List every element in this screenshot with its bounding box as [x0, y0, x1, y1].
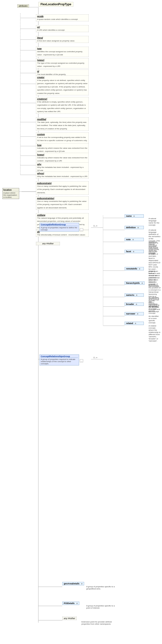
concept-rel-connector: ... — [80, 359, 83, 362]
attr-typeuri: typeuri The type of the concept assigned… — [36, 58, 89, 68]
attr-qcode: qcode A quasi-random code which identifi… — [36, 14, 89, 21]
poi-details-desc: A group of properties specific to a poin… — [86, 605, 115, 609]
concept-rel-group-label: ConceptRelationshipsGroup — [41, 355, 78, 358]
element-broader: broader ⊕ — [124, 302, 144, 306]
concept-def-group-label: ConceptDefinitionGroup — [41, 224, 78, 226]
attr-type: type Identifies the concept assigned as … — [36, 47, 89, 57]
concept-relationships-group-box: ConceptRelationshipsGroup A group of pro… — [40, 354, 79, 366]
element-name-desc: A natural language name for the concept. — [148, 218, 160, 226]
attr-creatoruri: creatoruri If the attribute is empty, sp… — [36, 97, 89, 114]
element-related-desc: A related concept, where the relationshi… — [148, 325, 160, 342]
geo-area-details-element: geoAreaDetails ⊕ — [62, 582, 84, 585]
concept-def-multiplicity: 0..∞ — [94, 225, 97, 227]
attr-whyuri: whyuri Why the metadata has been include… — [36, 172, 89, 178]
concept-rel-multiplicity: 0..∞ — [94, 356, 97, 359]
any-other-bottom: any ##other — [62, 617, 77, 620]
attr-uri: uri A URI which identifies a concept. — [36, 25, 89, 32]
concept-def-group-desc: A group of properties required to define… — [41, 226, 78, 231]
element-related: related ⊕ — [124, 322, 144, 325]
attr-howuri: howuri Indicates by which means the valu… — [36, 153, 89, 163]
element-narrower: narrower ⊕ — [124, 312, 144, 316]
attr-why: why Why the metadata has been included -… — [36, 162, 89, 173]
location-label: location — [3, 189, 18, 191]
element-same-as: sameAs ⊕ — [124, 294, 144, 297]
attr-modified: modified The date (and, optionally, the … — [36, 117, 89, 131]
attr-creator: creator If the property value is not def… — [36, 76, 89, 95]
element-remote-info-desc: A link to an item or a web source which … — [148, 270, 160, 285]
any-other-bottom-desc: Extension point for provider-defined pro… — [82, 621, 118, 625]
element-remote-info: remoteInfo ⊕ — [124, 267, 144, 270]
element-broader-desc: An identifier of a more generic concept. — [148, 306, 160, 314]
attr-how: how Indicates by which means the value w… — [36, 143, 89, 154]
geo-area-details-desc: A group of properties specific to a geop… — [86, 586, 115, 590]
location-desc: A place where the organisation is locate… — [3, 192, 18, 198]
attributes-group-label: attributes — [17, 4, 29, 8]
concept-rel-group-desc: A group of properties required to indica… — [41, 358, 78, 365]
element-facet: facet ⊕ — [124, 250, 144, 253]
attr-pubconstraint: pubconstraint One or many constraints th… — [36, 181, 89, 195]
attr-pubconstrainturi: pubconstrainturi One or many constraints… — [36, 196, 89, 210]
element-definition: definition ⊕ — [124, 226, 144, 229]
attr-literal: literal A free-text value assigned as pr… — [36, 36, 89, 43]
concept-def-connector: ... — [80, 228, 83, 231]
location-box: location A place where the organisation … — [2, 188, 19, 199]
concept-definition-group-box: ConceptDefinitionGroup A group of proper… — [40, 223, 79, 232]
poi-details-element: POIDetails ⊕ — [62, 602, 79, 605]
page-title: FlexLocationPropType — [38, 2, 73, 7]
element-hierarchy-info: hierarchyInfo ⊕ — [124, 282, 144, 285]
diagram-container: FlexLocationPropType attributes qcode A … — [0, 0, 162, 644]
element-note: note ⊕ — [124, 238, 144, 241]
any-other-attr: any ##other — [36, 242, 60, 245]
element-narrower-desc: An identifier of a more specific concept… — [148, 315, 160, 324]
element-name: name ⊕ — [124, 214, 144, 218]
element-note-desc: Additional natural language information … — [148, 241, 160, 254]
